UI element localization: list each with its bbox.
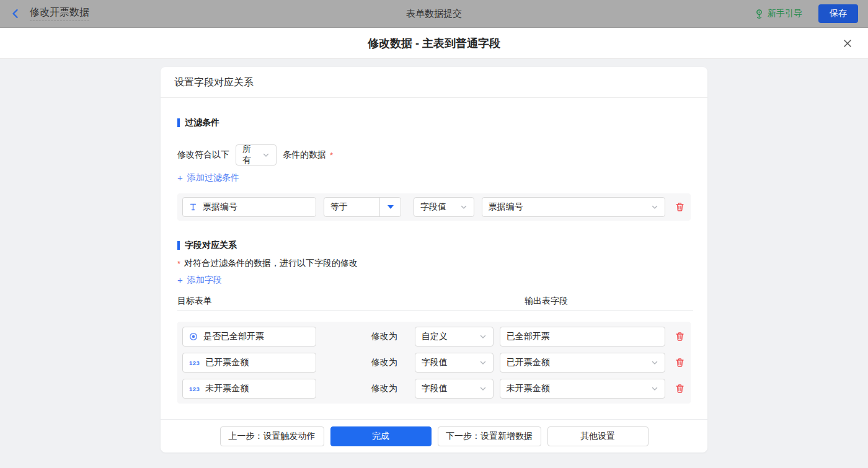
- save-button[interactable]: 保存: [818, 4, 858, 23]
- plus-icon: +: [177, 276, 183, 285]
- modal-header: 修改数据 - 主表到普通字段: [0, 28, 868, 59]
- dropdown-arrow-icon: [379, 198, 401, 216]
- target-field-box[interactable]: 123 未开票金额: [182, 379, 316, 399]
- beginner-guide-link[interactable]: 新手引导: [755, 8, 802, 19]
- chevron-down-icon: [479, 359, 487, 366]
- match-condition-row: 修改符合以下 所有 条件的数据 *: [177, 144, 691, 166]
- section-marker: [177, 118, 180, 127]
- field-mapping-panel: 是否已全部开票 修改为 自定义: [177, 322, 691, 404]
- modify-type-select[interactable]: 字段值: [415, 353, 494, 373]
- required-mark: *: [177, 259, 180, 268]
- match-mode-select[interactable]: 所有: [236, 144, 277, 166]
- filter-field-box[interactable]: 票据编号: [182, 197, 316, 217]
- value-field-select[interactable]: 票据编号: [482, 197, 665, 217]
- output-field-select[interactable]: 未开票金额: [500, 379, 665, 399]
- mapping-column-headers: 目标表单 输出表字段: [177, 296, 691, 304]
- other-settings-button[interactable]: 其他设置: [547, 426, 649, 446]
- next-step-button[interactable]: 下一步：设置新增数据: [438, 426, 541, 446]
- match-suffix-label: 条件的数据: [283, 149, 326, 161]
- modal-title: 修改数据 - 主表到普通字段: [368, 36, 500, 51]
- output-field-select[interactable]: 已开票金额: [500, 353, 665, 373]
- text-field-icon: [189, 203, 197, 211]
- required-mark: *: [330, 151, 333, 160]
- filter-condition-row: 票据编号 等于 字段值 票据编号: [182, 197, 686, 217]
- value-type-select[interactable]: 字段值: [414, 197, 474, 217]
- chevron-down-icon: [460, 203, 467, 211]
- chevron-down-icon: [651, 203, 658, 211]
- close-icon[interactable]: [842, 38, 853, 49]
- card-title: 设置字段对应关系: [161, 67, 707, 98]
- mapping-description: * 对符合过滤条件的数据，进行以下字段的修改: [177, 259, 691, 268]
- divider: [177, 310, 693, 311]
- modify-type-select[interactable]: 字段值: [415, 379, 494, 399]
- filter-section-title: 过滤条件: [177, 118, 691, 127]
- chevron-down-icon: [651, 359, 658, 366]
- beginner-guide-label: 新手引导: [768, 8, 802, 19]
- mapping-section-title: 字段对应关系: [177, 241, 691, 250]
- modal-body: 设置字段对应关系 过滤条件 修改符合以下 所有 条件的数据 * + 添加过滤条件: [0, 59, 868, 468]
- mapping-row: 123 已开票金额 修改为 字段值 已开票金额: [182, 353, 686, 373]
- mapping-row: 123 未开票金额 修改为 字段值 未开票金额: [182, 379, 686, 399]
- modify-label: 修改为: [371, 383, 406, 394]
- custom-value-input[interactable]: [500, 327, 665, 347]
- delete-row-button[interactable]: [674, 356, 686, 369]
- chevron-down-icon: [479, 333, 487, 340]
- delete-condition-button[interactable]: [674, 201, 686, 213]
- trash-icon: [675, 202, 684, 212]
- add-filter-condition-link[interactable]: + 添加过滤条件: [177, 174, 239, 182]
- modify-type-select[interactable]: 自定义: [415, 327, 494, 347]
- trash-icon: [675, 384, 684, 394]
- top-bar: 修改开票数据 表单数据提交 新手引导 保存: [0, 0, 868, 28]
- filter-conditions-panel: 票据编号 等于 字段值 票据编号: [177, 193, 691, 221]
- delete-row-button[interactable]: [674, 330, 686, 343]
- prev-step-button[interactable]: 上一步：设置触发动作: [220, 426, 324, 446]
- done-button[interactable]: 完成: [330, 426, 432, 446]
- target-field-label: 已开票金额: [205, 357, 249, 368]
- delete-row-button[interactable]: [674, 382, 686, 395]
- page-title: 表单数据提交: [406, 8, 462, 20]
- back-button[interactable]: [10, 8, 21, 19]
- modify-label: 修改为: [371, 331, 406, 342]
- filter-field-label: 票据编号: [203, 201, 237, 213]
- number-field-icon: 123: [189, 360, 200, 366]
- col-target-form: 目标表单: [177, 296, 212, 306]
- match-prefix-label: 修改符合以下: [177, 149, 229, 161]
- radio-field-icon: [189, 332, 198, 341]
- number-field-icon: 123: [189, 386, 200, 392]
- chevron-down-icon: [479, 385, 487, 392]
- settings-card: 设置字段对应关系 过滤条件 修改符合以下 所有 条件的数据 * + 添加过滤条件: [161, 67, 707, 453]
- chevron-down-icon: [651, 385, 658, 392]
- target-field-box[interactable]: 123 已开票金额: [182, 353, 316, 373]
- wizard-footer: 上一步：设置触发动作 完成 下一步：设置新增数据 其他设置: [161, 419, 707, 453]
- mapping-row: 是否已全部开票 修改为 自定义: [182, 327, 686, 347]
- add-field-link[interactable]: + 添加字段: [177, 276, 222, 285]
- chevron-down-icon: [262, 151, 270, 159]
- trash-icon: [675, 332, 684, 342]
- target-field-label: 未开票金额: [205, 383, 249, 394]
- guide-pin-icon: [755, 9, 764, 19]
- back-chevron-icon: [10, 8, 21, 19]
- target-field-label: 是否已全部开票: [203, 331, 264, 342]
- section-marker: [177, 241, 180, 250]
- trash-icon: [675, 358, 684, 368]
- col-output-field: 输出表字段: [525, 296, 568, 307]
- operator-select[interactable]: 等于: [324, 197, 401, 217]
- flow-title[interactable]: 修改开票数据: [30, 6, 89, 21]
- target-field-box[interactable]: 是否已全部开票: [182, 327, 316, 347]
- modify-label: 修改为: [371, 357, 406, 368]
- plus-icon: +: [177, 174, 183, 182]
